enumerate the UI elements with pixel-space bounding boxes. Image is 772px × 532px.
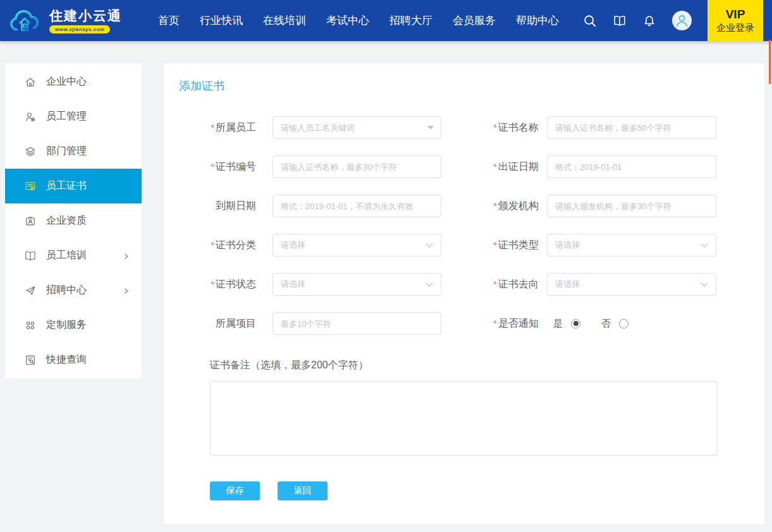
field-label-cert-type: *证书类型 — [441, 239, 539, 252]
sidebar-item-employee-management[interactable]: 员工管理 — [5, 99, 142, 134]
chevron-down-icon — [426, 279, 432, 286]
cert-category-control: 请选择 — [273, 234, 441, 257]
cert-name-input[interactable] — [547, 116, 716, 139]
field-label-issuer: *颁发机构 — [441, 200, 539, 213]
required-asterisk: * — [493, 122, 497, 133]
sidebar-item-employee-certificates[interactable]: 员工证书 — [5, 169, 142, 203]
sidebar-item-label: 快捷查询 — [46, 353, 87, 366]
doc-search-icon — [24, 354, 37, 366]
field-label-cert-category: *证书分类 — [164, 239, 256, 252]
sidebar: 企业中心员工管理部门管理员工证书企业资质员工培训›招聘中心›定制服务快捷查询 — [5, 63, 142, 378]
avatar[interactable] — [672, 11, 692, 30]
cert-destination-select-value: 请选择 — [555, 279, 580, 290]
cert-number-input[interactable] — [273, 155, 441, 178]
sidebar-item-quick-search[interactable]: 快捷查询 — [5, 342, 142, 377]
layers-icon — [24, 145, 37, 158]
save-button[interactable]: 保存 — [210, 481, 260, 500]
required-asterisk: * — [211, 279, 214, 289]
open-book-icon — [24, 250, 37, 262]
sidebar-item-employee-training[interactable]: 员工培训› — [5, 238, 142, 273]
cloud-logo-icon — [8, 6, 43, 36]
back-button[interactable]: 返回 — [278, 481, 328, 500]
required-asterisk: * — [493, 161, 497, 172]
project-input[interactable] — [273, 312, 441, 335]
cert-name-control — [547, 116, 716, 139]
sidebar-item-custom-services[interactable]: 定制服务 — [5, 308, 142, 342]
field-label-expiry-date: 到期日期 — [164, 200, 256, 213]
notify-radio-1[interactable] — [571, 319, 580, 329]
sidebar-item-label: 员工管理 — [46, 110, 87, 123]
issue-date-control — [547, 155, 716, 178]
chevron-down-icon — [701, 240, 708, 247]
field-label-cert-status: *证书状态 — [164, 278, 256, 291]
content-panel: 添加证书 *所属员工*证书名称*证书编号*出证日期到期日期*颁发机构*证书分类请… — [164, 63, 764, 524]
project-control — [273, 312, 441, 335]
nav-item-1[interactable]: 首页 — [158, 13, 180, 28]
field-label-notify: *是否通知 — [441, 317, 539, 330]
paper-plane-icon — [24, 284, 37, 297]
form-row: *证书分类请选择*证书类型请选择 — [164, 234, 764, 257]
vip-enterprise-login-label: 企业登录 — [716, 21, 754, 33]
sidebar-item-label: 企业资质 — [46, 214, 87, 227]
book-icon[interactable] — [613, 14, 627, 28]
remark-label: 证书备注（选填，最多200个字符） — [210, 359, 764, 372]
top-navbar: 住建小云通 www.zjiansys.com 首页行业快讯在线培训考试中心招聘大… — [0, 0, 772, 41]
notify-radio-group: 是否 — [547, 312, 716, 335]
cert-status-select[interactable]: 请选择 — [273, 273, 441, 296]
search-icon[interactable] — [583, 14, 597, 28]
notify-option-label: 是 — [553, 318, 563, 330]
nav-item-2[interactable]: 行业快讯 — [200, 13, 243, 28]
brand-name: 住建小云通 — [49, 8, 122, 23]
required-asterisk: * — [493, 239, 497, 250]
cert-category-select-value: 请选择 — [281, 239, 305, 251]
form-row: 所属项目*是否通知是否 — [164, 312, 764, 335]
notify-option-1: 是 — [553, 318, 580, 330]
nav-item-4[interactable]: 考试中心 — [326, 13, 369, 28]
cert-category-select[interactable]: 请选择 — [273, 234, 441, 257]
form-row: *证书编号*出证日期 — [164, 155, 764, 178]
vip-login-button[interactable]: VIP 企业登录 — [708, 0, 763, 41]
brand-logo[interactable]: 住建小云通 www.zjiansys.com — [8, 6, 145, 36]
sidebar-item-label: 企业中心 — [46, 75, 87, 88]
employee-control — [273, 116, 441, 139]
form-actions: 保存 返回 — [210, 481, 764, 500]
sidebar-item-label: 定制服务 — [46, 318, 87, 332]
sidebar-item-department-management[interactable]: 部门管理 — [5, 134, 142, 169]
nav-item-7[interactable]: 帮助中心 — [516, 13, 559, 28]
field-label-project: 所属项目 — [164, 317, 256, 330]
field-label-employee: *所属员工 — [164, 121, 256, 135]
field-label-cert-name: *证书名称 — [441, 121, 539, 135]
header-icons — [583, 11, 692, 30]
required-asterisk: * — [211, 122, 214, 133]
notify-control: 是否 — [547, 312, 716, 335]
field-label-issue-date: *出证日期 — [441, 160, 539, 174]
badge-icon — [24, 215, 37, 227]
required-asterisk: * — [211, 239, 214, 250]
grid-icon — [24, 319, 37, 332]
cert-destination-select[interactable]: 请选择 — [547, 273, 716, 296]
nav-item-6[interactable]: 会员服务 — [453, 13, 496, 28]
notify-radio-2[interactable] — [619, 319, 628, 329]
user-gear-icon — [24, 111, 37, 123]
employee-input[interactable] — [273, 116, 441, 139]
sidebar-item-recruitment-center[interactable]: 招聘中心› — [5, 273, 142, 308]
expiry-date-input[interactable] — [273, 195, 441, 217]
sidebar-item-label: 招聘中心 — [46, 284, 87, 297]
issue-date-input[interactable] — [547, 155, 716, 178]
cert-status-control: 请选择 — [273, 273, 441, 296]
nav-item-3[interactable]: 在线培训 — [263, 13, 306, 28]
issuer-input[interactable] — [547, 195, 716, 217]
remark-textarea[interactable] — [210, 381, 718, 456]
required-asterisk: * — [211, 161, 214, 172]
cert-type-select[interactable]: 请选择 — [547, 234, 716, 257]
sidebar-item-enterprise-qualification[interactable]: 企业资质 — [5, 203, 142, 238]
required-asterisk: * — [493, 318, 497, 329]
bell-icon[interactable] — [642, 14, 656, 28]
expiry-date-control — [273, 195, 441, 217]
scrollbar-thumb[interactable] — [769, 40, 771, 84]
chevron-down-icon — [426, 240, 432, 247]
cert-destination-control: 请选择 — [547, 273, 716, 296]
sidebar-item-enterprise-center[interactable]: 企业中心 — [5, 64, 142, 99]
nav-item-5[interactable]: 招聘大厅 — [389, 13, 432, 28]
main-nav: 首页行业快讯在线培训考试中心招聘大厅会员服务帮助中心 — [158, 13, 579, 28]
